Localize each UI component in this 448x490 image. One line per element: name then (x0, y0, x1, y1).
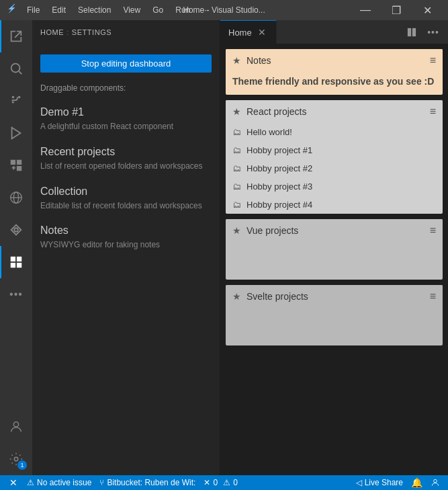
project-item-hobby3[interactable]: 🗂 Hobby project #3 (226, 177, 443, 196)
live-share-icon: ◁ (356, 478, 362, 487)
tab-home[interactable]: Home ✕ (220, 20, 277, 44)
react-project-list: 🗂 Hello world! 🗂 Hobby project #1 🗂 Hobb… (226, 123, 443, 214)
menu-go[interactable]: Go (147, 4, 169, 16)
project-item-hello-world[interactable]: 🗂 Hello world! (226, 123, 443, 141)
project-item-hobby4[interactable]: 🗂 Hobby project #4 (226, 196, 443, 214)
activity-source-control[interactable] (0, 85, 32, 117)
svg-point-12 (14, 457, 18, 461)
svg-point-0 (11, 64, 20, 73)
component-notes-title: Notes (40, 224, 212, 237)
folder-icon: 🗂 (232, 127, 241, 137)
minimize-button[interactable]: — (350, 0, 381, 20)
split-editor-button[interactable] (402, 23, 421, 42)
svg-rect-9 (11, 263, 15, 268)
menu-selection[interactable]: Selection (73, 4, 116, 16)
issue-icon: ⚠ (27, 478, 34, 487)
component-demo1-title: Demo #1 (40, 106, 212, 118)
no-active-issue-label: No active issue (37, 478, 91, 487)
title-bar: File Edit Selection View Go Run ··· Home… (0, 0, 448, 20)
status-account[interactable] (427, 475, 444, 490)
vue-card-title: Vue projects (247, 225, 424, 236)
activity-extensions[interactable] (0, 149, 32, 181)
component-recent-title: Recent projects (40, 146, 212, 158)
notes-star-icon[interactable]: ★ (232, 55, 241, 66)
project-item-label: Hello world! (247, 127, 292, 137)
component-notes-desc: WYSIWYG editor for taking notes (40, 239, 212, 251)
project-item-hobby2[interactable]: 🗂 Hobby project #2 (226, 159, 443, 177)
svg-point-15 (434, 479, 437, 483)
bitbucket-icon: ⑂ (99, 478, 104, 487)
activity-settings[interactable]: 1 (0, 443, 32, 475)
notes-card-header: ★ Notes ≡ (226, 49, 443, 72)
svelte-card-title: Svelte projects (247, 291, 424, 302)
folder-icon: 🗂 (232, 145, 241, 155)
vue-star-icon[interactable]: ★ (232, 225, 241, 236)
activity-remote[interactable] (0, 181, 32, 214)
status-branch[interactable]: ✕ (4, 475, 23, 490)
status-bar: ✕ ⚠ No active issue ⑂ Bitbucket: Ruben d… (0, 475, 448, 490)
project-item-label: Hobby project #1 (247, 145, 312, 155)
tab-home-close[interactable]: ✕ (256, 26, 268, 38)
component-demo1-desc: A delightful custom React component (40, 121, 212, 132)
svg-rect-7 (11, 257, 15, 261)
svelte-projects-card: ★ Svelte projects ≡ (226, 285, 443, 345)
menu-edit[interactable]: Edit (46, 4, 71, 16)
stop-editing-button[interactable]: Stop editing dashboard (40, 54, 212, 73)
tab-bar: Home ✕ ••• (220, 20, 448, 44)
warning-icon: ⚠ (223, 478, 230, 487)
window-title: Home - Visual Studio... (183, 5, 265, 15)
react-menu-icon[interactable]: ≡ (430, 106, 436, 118)
component-notes[interactable]: Notes WYSIWYG editor for taking notes (32, 219, 220, 256)
notes-card-title: Notes (247, 55, 424, 66)
menu-view[interactable]: View (118, 4, 146, 16)
folder-icon: 🗂 (232, 181, 241, 192)
activity-liveshare[interactable] (0, 214, 32, 246)
project-item-hobby1[interactable]: 🗂 Hobby project #1 (226, 141, 443, 159)
dashboard-area: ★ Notes ≡ Theme friendly and responsive … (220, 44, 448, 475)
activity-dashboard[interactable] (0, 246, 32, 278)
react-star-icon[interactable]: ★ (232, 106, 241, 117)
vue-menu-icon[interactable]: ≡ (430, 224, 436, 237)
svg-point-11 (13, 422, 18, 427)
activity-run-debug[interactable] (0, 117, 32, 149)
more-tabs-button[interactable]: ••• (424, 23, 443, 42)
status-notifications[interactable]: 🔔 (407, 475, 427, 490)
folder-icon: 🗂 (232, 200, 241, 210)
svelte-star-icon[interactable]: ★ (232, 291, 241, 302)
react-card-title: React projects (247, 106, 424, 117)
activity-more[interactable]: ••• (0, 278, 32, 311)
svelte-menu-icon[interactable]: ≡ (430, 290, 436, 302)
activity-bar: ••• 1 (0, 20, 32, 475)
component-collection-desc: Editable list of recent folders and work… (40, 200, 212, 212)
svg-rect-13 (408, 28, 411, 36)
activity-explorer[interactable] (0, 20, 32, 52)
component-collection[interactable]: Collection Editable list of recent folde… (32, 180, 220, 217)
component-demo1[interactable]: Demo #1 A delightful custom React compon… (32, 101, 220, 138)
project-item-label: Hobby project #2 (247, 163, 312, 173)
component-recent-projects[interactable]: Recent projects List of recent opened fo… (32, 140, 220, 177)
sidebar-content: Stop editing dashboard Draggable compone… (32, 44, 220, 475)
project-item-label: Hobby project #4 (247, 200, 312, 210)
tab-home-label: Home (228, 28, 252, 38)
activity-search[interactable] (0, 52, 32, 85)
menu-file[interactable]: File (21, 4, 45, 16)
notes-card: ★ Notes ≡ Theme friendly and responsive … (226, 49, 443, 95)
editor-container: Home ✕ ••• ★ Notes ≡ Theme (220, 20, 448, 475)
close-button[interactable]: ✕ (412, 0, 443, 20)
maximize-button[interactable]: ❐ (381, 0, 412, 20)
svg-line-1 (19, 71, 21, 74)
svg-point-6 (14, 228, 18, 232)
notes-menu-icon[interactable]: ≡ (430, 54, 436, 67)
window-controls: — ❐ ✕ (350, 0, 443, 20)
error-icon: ✕ (204, 478, 210, 487)
activity-account[interactable] (0, 411, 32, 443)
status-bitbucket[interactable]: ⑂ Bitbucket: Ruben de Wit: (95, 475, 199, 490)
status-live-share[interactable]: ◁ Live Share (352, 475, 407, 490)
component-recent-desc: List of recent opened folders and worksp… (40, 161, 212, 172)
settings-badge: 1 (17, 460, 27, 470)
status-errors[interactable]: ✕ 0 ⚠ 0 (199, 475, 241, 490)
status-no-active-issue[interactable]: ⚠ No active issue (23, 475, 95, 490)
notes-content[interactable]: Theme friendly and responsive as you see… (226, 72, 443, 95)
draggable-label: Draggable components: (32, 78, 220, 101)
account-icon (431, 478, 440, 487)
